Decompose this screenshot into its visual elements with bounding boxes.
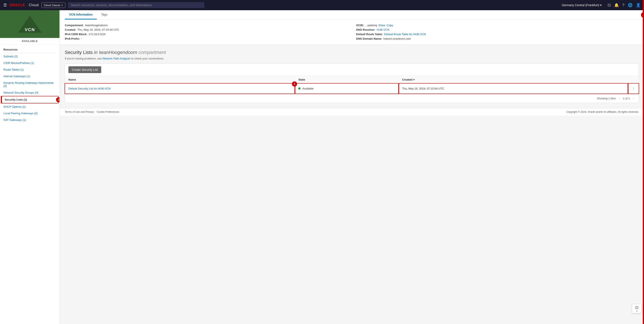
- sidebar-item-lpg[interactable]: Local Peering Gateways (0): [0, 110, 60, 116]
- cidr-value: 172.16.0.0/24: [88, 32, 106, 36]
- ocid-label: OCID:: [356, 24, 364, 27]
- sidebar-item-route-tables[interactable]: Route Tables (1): [0, 66, 60, 73]
- table-container: Create Security List Name State Cre: [65, 64, 639, 103]
- col-created-label: Created: [402, 78, 412, 81]
- ocid-copy-link[interactable]: Copy: [386, 24, 393, 27]
- vcn-route-table-row: Default Route Table: Default Route Table…: [356, 32, 639, 36]
- created-label: Created:: [65, 28, 76, 31]
- user-icon[interactable]: 👤: [636, 3, 640, 8]
- vcn-logo-container: VCN: [0, 10, 60, 38]
- ipv6-value: -: [81, 37, 82, 40]
- row-state-cell: Available: [295, 84, 399, 94]
- available-badge: AVAILABLE: [0, 38, 60, 44]
- sidebar-item-dhcp-label: DHCP Options (1): [4, 105, 26, 108]
- dns-resolver-label: DNS Resolver:: [356, 28, 375, 31]
- region-selector[interactable]: Germany Central (Frankfurt) ▾: [562, 4, 602, 7]
- vcn-cidr-row: IPv4 CIDR Block: 172.16.0.0/24: [65, 32, 348, 36]
- cloud-text: Cloud: [29, 3, 39, 7]
- vcn-info-panel: VCN Information Tags Compartment: IwanHo…: [60, 10, 644, 44]
- section-heading-em: in: [94, 50, 99, 55]
- page-footer: Terms of Use and Privacy Cookie Preferen…: [60, 108, 644, 116]
- compartment-label: Compartment:: [65, 24, 84, 27]
- red-border-annotation: [643, 0, 644, 324]
- col-state: State: [295, 76, 399, 84]
- help-widget[interactable]: ⊙ ⠿: [632, 304, 642, 313]
- create-security-list-button[interactable]: Create Security List: [68, 66, 101, 73]
- subtitle-text2: to check your connections.: [131, 57, 164, 60]
- vcn-dns-resolver-row: DNS Resolver: HUB-VCN: [356, 28, 639, 32]
- vcn-ipv6-row: IPv6 Prefix: -: [65, 36, 348, 41]
- sidebar-item-dhcp[interactable]: DHCP Options (1): [0, 104, 60, 110]
- vcn-compartment-row: Compartment: IwanHoogendoorn: [65, 23, 348, 28]
- terms-link[interactable]: Terms of Use and Privacy: [65, 110, 94, 114]
- dns-resolver-link[interactable]: HUB-VCN: [376, 28, 389, 31]
- help-icon[interactable]: ?: [622, 3, 624, 8]
- row-actions-menu[interactable]: ⋮: [628, 84, 639, 94]
- globe-icon[interactable]: 🌐: [628, 3, 632, 8]
- showing-items-label: Showing 1 item: [597, 97, 616, 100]
- row-created-cell: Thu, May 16, 2024, 07:15:04 UTC: [399, 84, 628, 94]
- col-name: Name: [65, 76, 295, 84]
- bell-icon[interactable]: 🔔: [614, 3, 619, 8]
- sidebar-item-security-lists-label: Security Lists (1): [5, 98, 27, 101]
- terminal-icon[interactable]: ⊡: [608, 3, 611, 8]
- oracle-logo: ORACLE Cloud: [10, 3, 39, 7]
- sidebar-item-nat[interactable]: NAT Gateways (1): [0, 116, 60, 123]
- col-actions: [628, 76, 639, 84]
- region-chevron-icon: ▾: [600, 4, 602, 7]
- vcn-info-grid: Compartment: IwanHoogendoorn Created: Th…: [65, 23, 639, 41]
- vcn-shape-wrapper: VCN: [17, 14, 42, 34]
- cloud-classic-button[interactable]: Cloud Classic >: [41, 2, 66, 8]
- vcn-ocid-row: OCID: ...ywtemq Show Copy: [356, 23, 639, 28]
- annotation-2: 2: [56, 97, 60, 102]
- sidebar-item-security-lists[interactable]: Security Lists (1) 2: [1, 96, 58, 103]
- sidebar-item-lpg-label: Local Peering Gateways (0): [4, 112, 38, 115]
- table-header: Name State Created: [65, 76, 639, 84]
- section-subtitle: If you're having problems, use Network P…: [65, 57, 639, 60]
- tab-tags[interactable]: Tags: [97, 10, 112, 20]
- status-dot-icon: [298, 88, 300, 90]
- oracle-text: ORACLE: [10, 3, 25, 7]
- footer-right: Copyright © 2024, Oracle and/or its affi…: [566, 110, 639, 114]
- table-toolbar: Create Security List: [65, 64, 639, 76]
- hamburger-icon[interactable]: ☰: [4, 3, 7, 8]
- col-name-label: Name: [68, 78, 76, 81]
- footer-left: Terms of Use and Privacy Cookie Preferen…: [65, 110, 119, 114]
- annotation-3: 3: [292, 82, 297, 86]
- search-input[interactable]: [68, 2, 204, 8]
- top-navigation: ☰ ORACLE Cloud Cloud Classic > Germany C…: [0, 0, 644, 10]
- next-page-button[interactable]: ›: [632, 96, 635, 100]
- region-label: Germany Central (Frankfurt): [562, 4, 599, 7]
- main-content: 1 VCN Information Tags Compartment: Iwan…: [60, 10, 644, 324]
- sidebar-item-subnets[interactable]: Subnets (2): [0, 53, 60, 60]
- prev-page-button[interactable]: ‹: [618, 96, 621, 100]
- route-table-label: Default Route Table:: [356, 32, 383, 36]
- vcn-created-row: Created: Thu, May 16, 2024, 07:15:04 UTC: [65, 28, 348, 32]
- cookie-preferences-link[interactable]: Cookie Preferences: [97, 110, 119, 114]
- help-widget-icon: ⊙: [635, 305, 639, 310]
- sidebar-item-cidr[interactable]: CIDR Blocks/Prefixes (1): [0, 60, 60, 66]
- sidebar-item-drg[interactable]: Dynamic Routing Gateways Attachments (0): [0, 80, 60, 89]
- sidebar-item-nsg[interactable]: Network Security Groups (0): [0, 89, 60, 96]
- vcn-triangle-svg: VCN: [17, 14, 42, 34]
- route-table-link[interactable]: Default Route Table for HUB-VCN: [384, 32, 426, 36]
- page-indicator: 1 of 1: [623, 97, 630, 100]
- ocid-show-link[interactable]: Show: [378, 24, 385, 27]
- col-state-label: State: [298, 78, 305, 81]
- security-list-link[interactable]: Default Security List for HUB-VCN: [68, 87, 110, 90]
- sidebar-item-internet-gateways[interactable]: Internet Gateways (1): [0, 73, 60, 80]
- table-body: Default Security List for HUB-VCN 3 Avai…: [65, 84, 639, 94]
- sidebar-item-cidr-label: CIDR Blocks/Prefixes (1): [4, 62, 34, 64]
- created-value: Thu, May 16, 2024, 07:15:04 UTC: [77, 28, 119, 31]
- vcn-info-right: OCID: ...ywtemq Show Copy DNS Resolver: …: [356, 23, 639, 41]
- table-header-row: Name State Created: [65, 76, 639, 84]
- sidebar-item-drg-label: Dynamic Routing Gateways Attachments (0): [4, 81, 56, 88]
- col-created[interactable]: Created: [399, 76, 628, 84]
- tab-vcn-information[interactable]: VCN Information: [65, 10, 97, 20]
- section-heading-name: IwanHoogendoorn: [99, 50, 137, 55]
- dns-domain-label: DNS Domain Name:: [356, 37, 382, 40]
- vcn-dns-domain-row: DNS Domain Name: hubvcn.oraclevcn.com: [356, 36, 639, 41]
- network-path-analyzer-link[interactable]: Network Path Analyzer: [102, 57, 131, 60]
- compartment-value: IwanHoogendoorn: [85, 24, 108, 27]
- vcn-tabs: VCN Information Tags: [65, 10, 639, 20]
